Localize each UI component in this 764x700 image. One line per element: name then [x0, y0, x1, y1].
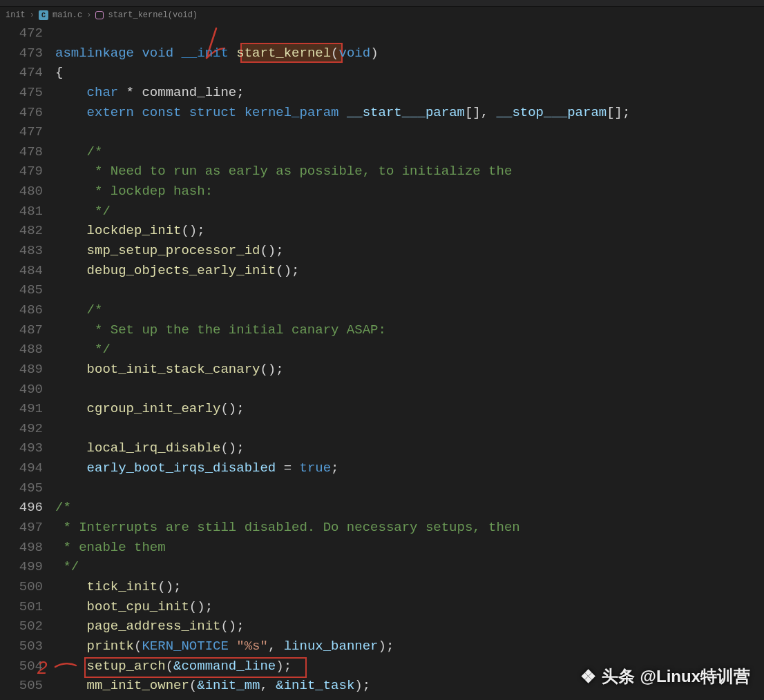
breadcrumb-seg[interactable]: init [6, 10, 26, 20]
line-number: 496 [0, 498, 43, 518]
chevron-right-icon: › [30, 10, 35, 20]
line-number: 501 [0, 597, 43, 617]
chevron-right-icon: › [86, 10, 91, 20]
code-editor[interactable]: 4724734744754764774784794804814824834844… [0, 23, 764, 700]
line-number: 493 [0, 438, 43, 458]
line-number: 490 [0, 380, 43, 400]
line-number: 475 [0, 83, 43, 103]
line-number: 479 [0, 162, 43, 182]
line-number: 504 [0, 657, 43, 677]
line-number: 495 [0, 478, 43, 498]
line-number: 482 [0, 221, 43, 241]
line-number-gutter: 4724734744754764774784794804814824834844… [0, 23, 55, 700]
line-number: 478 [0, 142, 43, 162]
breadcrumb[interactable]: init › C main.c › start_kernel(void) [0, 7, 764, 23]
line-number: 481 [0, 202, 43, 222]
breadcrumb-seg[interactable]: main.c [52, 10, 82, 20]
line-number: 477 [0, 122, 43, 142]
tab-bar [0, 0, 764, 7]
line-number: 502 [0, 616, 43, 636]
line-number: 484 [0, 261, 43, 281]
symbol-function-icon [95, 11, 104, 19]
line-number: 486 [0, 300, 43, 320]
watermark: ❖ 头条 @Linux特训营 [580, 665, 750, 688]
line-number: 489 [0, 360, 43, 380]
breadcrumb-seg[interactable]: start_kernel(void) [108, 10, 198, 20]
code-area[interactable]: 2 asmlinkage void __init start_kernel(vo… [55, 23, 764, 700]
line-number: 503 [0, 636, 43, 657]
c-file-icon: C [39, 10, 48, 20]
toutiao-logo-icon: ❖ [580, 666, 596, 688]
line-number: 491 [0, 399, 43, 419]
line-number: 492 [0, 419, 43, 439]
line-number: 494 [0, 458, 43, 478]
line-number: 480 [0, 182, 43, 202]
line-number: 505 [0, 676, 43, 696]
watermark-prefix: 头条 [602, 665, 635, 688]
line-number: 474 [0, 63, 43, 83]
line-number: 498 [0, 538, 43, 558]
line-number: 497 [0, 518, 43, 538]
watermark-handle: @Linux特训营 [640, 665, 750, 688]
line-number: 473 [0, 43, 43, 64]
line-number: 487 [0, 320, 43, 340]
line-number: 476 [0, 103, 43, 123]
line-number: 499 [0, 557, 43, 577]
line-number: 485 [0, 280, 43, 300]
line-number: 472 [0, 23, 43, 43]
line-number: 488 [0, 340, 43, 360]
line-number: 500 [0, 577, 43, 597]
line-number: 483 [0, 241, 43, 261]
